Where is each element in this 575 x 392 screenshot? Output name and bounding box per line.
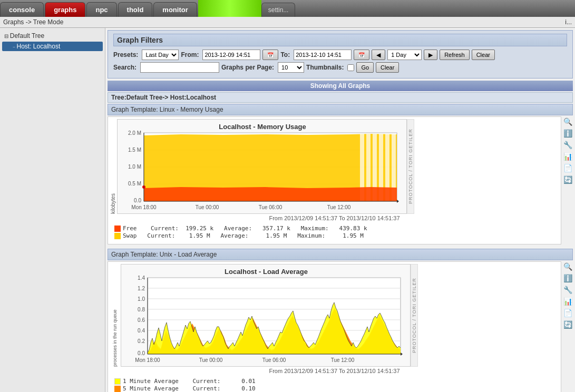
svg-text:1.0 M: 1.0 M <box>128 164 141 170</box>
legend-color-swap <box>114 233 121 239</box>
svg-text:Tue 06:00: Tue 06:00 <box>262 357 286 363</box>
host-indent: ·· <box>13 44 17 50</box>
sidebar-tree-label: Default Tree <box>10 32 44 40</box>
clear-button-2[interactable]: Clear <box>376 62 399 73</box>
go-button[interactable]: Go <box>356 62 374 73</box>
graph-filters-title: Graph Filters <box>113 34 567 46</box>
thumbnails-checkbox[interactable] <box>347 64 354 71</box>
graph-row-2: processes in the run queue Localhost - L… <box>110 264 559 367</box>
sidebar-tree-item[interactable]: ⊟ Default Tree <box>0 31 105 41</box>
expand-icon: ⊟ <box>4 33 10 39</box>
refresh-icon-1[interactable]: 🔄 <box>562 174 573 185</box>
graph-image-area-1: kilobytes Localhost - Memory Usage <box>108 116 561 244</box>
template-label-text-1: Graph Template: <box>111 106 158 113</box>
svg-text:Tue 12:00: Tue 12:00 <box>331 357 355 363</box>
prev-arrow-btn[interactable]: ◀ <box>372 50 385 60</box>
user-label: i... <box>565 18 572 26</box>
from-cal-btn[interactable]: 📅 <box>262 50 278 60</box>
filter-row-2: Search: Graphs per Page: 10 25 50 Thumbn… <box>113 62 567 73</box>
graph-legend-1: Free Current: 199.25 k Average: 357.17 k… <box>110 222 559 242</box>
svg-text:Localhost - Memory Usage: Localhost - Memory Usage <box>219 123 306 131</box>
svg-text:1.5 M: 1.5 M <box>128 147 141 153</box>
next-arrow-btn[interactable]: ▶ <box>424 50 437 60</box>
nav-tab-graphs[interactable]: graphs <box>45 2 85 17</box>
graphs-per-page-label: Graphs per Page: <box>221 64 274 71</box>
legend-name-1min: 1 Minute Average Current: 0.01 <box>123 378 256 385</box>
info-icon-1[interactable]: ℹ️ <box>562 128 573 139</box>
y-axis-label-1: kilobytes <box>110 119 116 214</box>
nav-tab-monitor[interactable]: monitor <box>153 2 197 17</box>
memory-graph-svg: Localhost - Memory Usage <box>117 119 407 214</box>
refresh-icon-2[interactable]: 🔄 <box>562 319 573 330</box>
nav-tab-thold[interactable]: thold <box>118 2 153 17</box>
zoom-in-icon-2[interactable]: 🔍 <box>562 261 573 272</box>
thumbnails-label: Thumbnails: <box>306 64 344 71</box>
graph-template-label-1: Graph Template: Linux - Memory Usage <box>108 104 573 115</box>
bar-chart-icon-2[interactable]: 📊 <box>562 296 573 307</box>
legend-name-free: Free Current: 199.25 k Average: 357.17 k… <box>123 225 367 232</box>
svg-text:1.0: 1.0 <box>138 296 145 302</box>
svg-text:2.0 M: 2.0 M <box>128 130 141 136</box>
presets-label: Presets: <box>113 51 138 58</box>
to-input[interactable] <box>294 50 352 60</box>
tree-label: Tree:Default Tree-> Host:Localhost <box>108 92 573 103</box>
graph-date-range-1: From 2013/12/09 14:51:37 To 2013/12/10 1… <box>110 215 559 221</box>
content-area: Graph Filters Presets: Last Day From: 📅 … <box>105 28 575 392</box>
presets-select[interactable]: Last Day <box>142 50 179 60</box>
graph-sidebar-icons-2: 🔍 ℹ️ 🔧 📊 📄 🔄 <box>562 261 573 330</box>
protocol-label-1: PROTOCOL / TORI GETILER <box>407 119 414 214</box>
nav-tab-console[interactable]: console <box>0 2 44 17</box>
sidebar-host-item[interactable]: ·· Host: Localhost <box>2 42 103 51</box>
svg-marker-15 <box>144 187 397 201</box>
info-icon-2[interactable]: ℹ️ <box>562 273 573 283</box>
graph-filters-panel: Graph Filters Presets: Last Day From: 📅 … <box>108 30 573 79</box>
search-input[interactable] <box>140 62 219 73</box>
svg-text:Tue 06:00: Tue 06:00 <box>259 204 282 210</box>
sidebar-host-label: Host: Localhost <box>17 43 61 50</box>
tree-label-text: Tree:Default Tree-> Host:Localhost <box>111 94 216 101</box>
svg-text:Mon 18:00: Mon 18:00 <box>135 357 160 363</box>
svg-text:0.6: 0.6 <box>138 317 145 323</box>
bar-chart-icon-1[interactable]: 📊 <box>562 151 573 162</box>
top-nav: console graphs npc thold monitor settin.… <box>0 0 575 17</box>
refresh-button[interactable]: Refresh <box>440 50 470 60</box>
svg-text:0.0: 0.0 <box>134 198 141 203</box>
span-select[interactable]: 1 Day <box>387 50 422 60</box>
legend-row-free: Free Current: 199.25 k Average: 357.17 k… <box>114 225 554 232</box>
legend-color-1min <box>114 378 121 385</box>
wrench-icon-1[interactable]: 🔧 <box>562 140 573 150</box>
nav-right-section: settin... <box>198 0 296 17</box>
clear-button-1[interactable]: Clear <box>472 50 495 60</box>
svg-text:Tue 00:00: Tue 00:00 <box>199 357 223 363</box>
legend-row-swap: Swap Current: 1.95 M Average: 1.95 M Max… <box>114 232 554 239</box>
zoom-in-icon-1[interactable]: 🔍 <box>562 116 573 127</box>
sidebar: ⊟ Default Tree ·· Host: Localhost <box>0 28 105 392</box>
graphs-per-page-select[interactable]: 10 25 50 <box>278 62 304 73</box>
nav-tab-settings[interactable]: settin... <box>261 3 296 17</box>
doc-icon-2[interactable]: 📄 <box>562 308 573 318</box>
from-input[interactable] <box>202 50 260 60</box>
to-cal-btn[interactable]: 📅 <box>354 50 369 60</box>
template-label-text-2: Graph Template: <box>111 251 158 258</box>
doc-icon-1[interactable]: 📄 <box>562 163 573 173</box>
wrench-icon-2[interactable]: 🔧 <box>562 285 573 295</box>
svg-text:Mon 18:00: Mon 18:00 <box>131 204 157 210</box>
nav-tab-npc[interactable]: npc <box>86 2 116 17</box>
to-label: To: <box>280 51 290 58</box>
legend-color-free <box>114 226 121 232</box>
green-bar-decoration <box>198 0 261 17</box>
svg-text:0.8: 0.8 <box>138 307 145 312</box>
legend-row-5min: 5 Minute Average Current: 0.10 <box>114 385 554 392</box>
template-name-2: Unix - Load Average <box>160 251 217 258</box>
breadcrumb: Graphs -> Tree Mode <box>3 18 63 26</box>
search-label: Search: <box>113 64 137 71</box>
svg-text:Localhost - Load Average: Localhost - Load Average <box>225 268 308 276</box>
legend-color-5min <box>114 386 121 392</box>
svg-text:Tue 00:00: Tue 00:00 <box>196 204 219 210</box>
svg-text:Tue 12:00: Tue 12:00 <box>327 204 351 210</box>
template-name-1: Linux - Memory Usage <box>160 106 223 113</box>
svg-text:0.5 M: 0.5 M <box>128 181 141 187</box>
graph-legend-2: 1 Minute Average Current: 0.01 5 Minute … <box>110 375 559 392</box>
graph-container-2: processes in the run queue Localhost - L… <box>108 261 573 392</box>
protocol-label-2: PROTOCOL / TORI GETILER <box>411 264 418 367</box>
